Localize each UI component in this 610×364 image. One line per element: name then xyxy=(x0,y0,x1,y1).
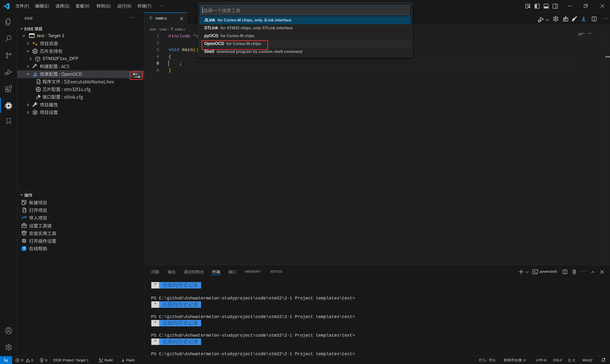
svg-text:01: 01 xyxy=(38,81,40,83)
svg-text:?: ? xyxy=(23,246,25,250)
